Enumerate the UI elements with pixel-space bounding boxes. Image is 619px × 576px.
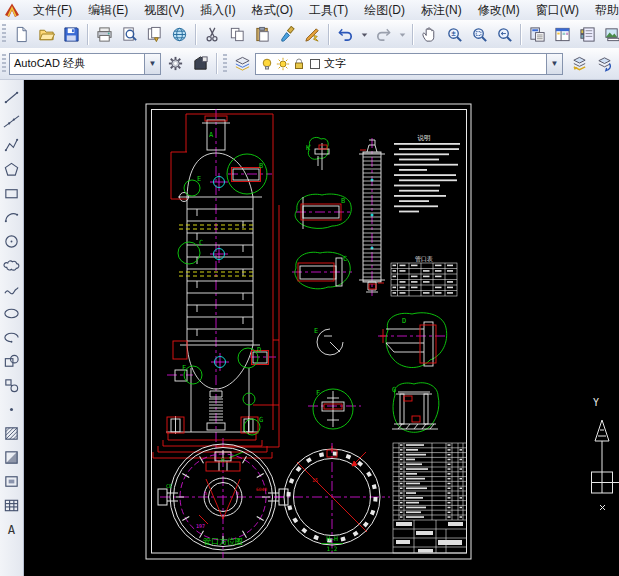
combo-dropdown-arrow-icon[interactable]: ▼ — [144, 54, 160, 74]
block-editor-icon[interactable] — [300, 22, 325, 47]
current-layer-name: 文字 — [324, 56, 346, 71]
autocad-logo-icon[interactable] — [3, 1, 21, 19]
web-icon[interactable] — [167, 22, 192, 47]
nozzle-table-title: 管口表 — [415, 255, 433, 263]
model-space-canvas[interactable]: A E B C F D G K B C D E F G H CE 15 6040… — [24, 80, 619, 576]
nozzle-ce-label: CE — [166, 483, 172, 489]
workspace-save-icon[interactable] — [188, 51, 213, 76]
toolbar-grip[interactable] — [2, 54, 6, 74]
bom-table-entries — [396, 444, 463, 552]
plot-icon[interactable] — [92, 22, 117, 47]
layer-make-current-icon[interactable] — [567, 51, 592, 76]
callout-g: G — [259, 416, 263, 424]
arc-icon[interactable] — [0, 205, 24, 229]
pan-icon[interactable] — [417, 22, 442, 47]
polyline-icon[interactable] — [0, 133, 24, 157]
gradient-icon[interactable] — [0, 445, 24, 469]
menu-item-window[interactable]: 窗口(W) — [528, 0, 587, 20]
properties-icon[interactable] — [525, 22, 550, 47]
open-file-icon[interactable] — [34, 22, 59, 47]
section-scale: 1:2 — [327, 545, 338, 552]
callout-a: A — [209, 131, 214, 139]
toolbar-grip[interactable] — [2, 24, 6, 44]
svg-text:±: ± — [451, 29, 456, 38]
detail-k-label: K — [306, 144, 311, 152]
copy-icon[interactable] — [225, 22, 250, 47]
menu-item-file[interactable]: 文件(F) — [25, 0, 80, 20]
svg-text:A: A — [8, 522, 16, 536]
menu-item-modify[interactable]: 修改(M) — [470, 0, 528, 20]
polygon-icon[interactable] — [0, 157, 24, 181]
undo-icon[interactable] — [333, 22, 358, 47]
nozzle-h-label: H — [221, 456, 225, 463]
layer-color-swatch-icon[interactable] — [308, 57, 322, 71]
menu-item-dimension[interactable]: 标注(N) — [413, 0, 470, 20]
ucs-icon — [592, 420, 619, 510]
menu-item-format[interactable]: 格式(O) — [244, 0, 301, 20]
multiline-text-icon[interactable]: A — [0, 517, 24, 541]
undo-dropdown-icon[interactable] — [358, 22, 371, 47]
menu-item-edit[interactable]: 编辑(E) — [80, 0, 136, 20]
toolbar-separator — [216, 53, 218, 74]
sheet-set-manager-icon[interactable] — [600, 22, 619, 47]
menu-item-view[interactable]: 视图(V) — [136, 0, 192, 20]
publish-icon[interactable] — [142, 22, 167, 47]
tool-palettes-icon[interactable] — [575, 22, 600, 47]
match-properties-icon[interactable] — [275, 22, 300, 47]
new-file-icon[interactable] — [9, 22, 34, 47]
cad-drawing: A E B C F D G K B C D E F G H CE 15 6040… — [24, 80, 619, 576]
section-title: H—H — [326, 535, 338, 543]
menu-bar: 文件(F)编辑(E)视图(V)插入(I)格式(O)工具(T)绘图(D)标注(N)… — [0, 0, 619, 21]
toolbar-separator — [520, 24, 522, 45]
zoom-previous-icon[interactable] — [492, 22, 517, 47]
layer-combo[interactable]: 文字 ▼ — [255, 53, 563, 75]
revision-cloud-icon[interactable] — [0, 253, 24, 277]
construction-line-icon[interactable] — [0, 109, 24, 133]
make-block-icon[interactable] — [0, 373, 24, 397]
circle-icon[interactable] — [0, 229, 24, 253]
combo-dropdown-arrow-icon[interactable]: ▼ — [546, 54, 562, 74]
spline-icon[interactable] — [0, 277, 24, 301]
menu-item-tools[interactable]: 工具(T) — [301, 0, 356, 20]
menu-item-draw[interactable]: 绘图(D) — [356, 0, 413, 20]
table-icon[interactable] — [0, 493, 24, 517]
toolbar-separator — [412, 24, 414, 45]
zoom-realtime-icon[interactable]: ± — [442, 22, 467, 47]
layer-previous-icon[interactable] — [592, 51, 617, 76]
layer-on-bulb-icon[interactable] — [260, 57, 274, 71]
ellipse-icon[interactable] — [0, 301, 24, 325]
draw-toolbar: A — [0, 80, 24, 576]
nozzle-table — [391, 263, 457, 296]
region-icon[interactable] — [0, 469, 24, 493]
callout-f: F — [182, 364, 186, 372]
designcenter-icon[interactable] — [550, 22, 575, 47]
menu-item-insert[interactable]: 插入(I) — [192, 0, 243, 20]
ellipse-arc-icon[interactable] — [0, 325, 24, 349]
paste-icon[interactable] — [250, 22, 275, 47]
redo-icon[interactable] — [371, 22, 396, 47]
callout-b: B — [259, 162, 263, 170]
cut-icon[interactable] — [200, 22, 225, 47]
standard-toolbar: ± — [0, 20, 619, 49]
detail-d-label: D — [402, 317, 406, 325]
menu-item-help[interactable]: 帮助(H) — [587, 0, 619, 20]
plot-preview-icon[interactable] — [117, 22, 142, 47]
dim-6040: 6040 — [256, 487, 267, 492]
toolbar-separator — [195, 24, 197, 45]
detail-f-label: F — [316, 389, 320, 397]
hatch-icon[interactable] — [0, 421, 24, 445]
redo-dropdown-icon[interactable] — [396, 22, 409, 47]
point-icon[interactable] — [0, 397, 24, 421]
dim-h-right: h — [236, 490, 239, 496]
insert-block-icon[interactable] — [0, 349, 24, 373]
layer-properties-icon[interactable] — [230, 51, 255, 76]
workspace-combo[interactable]: AutoCAD 经典 ▼ — [9, 53, 161, 75]
zoom-window-icon[interactable] — [467, 22, 492, 47]
save-icon[interactable] — [59, 22, 84, 47]
rectangle-icon[interactable] — [0, 181, 24, 205]
workspace-settings-icon[interactable] — [163, 51, 188, 76]
layer-freeze-sun-icon[interactable] — [276, 57, 290, 71]
layer-lock-icon[interactable] — [292, 57, 306, 71]
line-icon[interactable] — [0, 85, 24, 109]
toolbar-grip[interactable] — [223, 54, 227, 74]
